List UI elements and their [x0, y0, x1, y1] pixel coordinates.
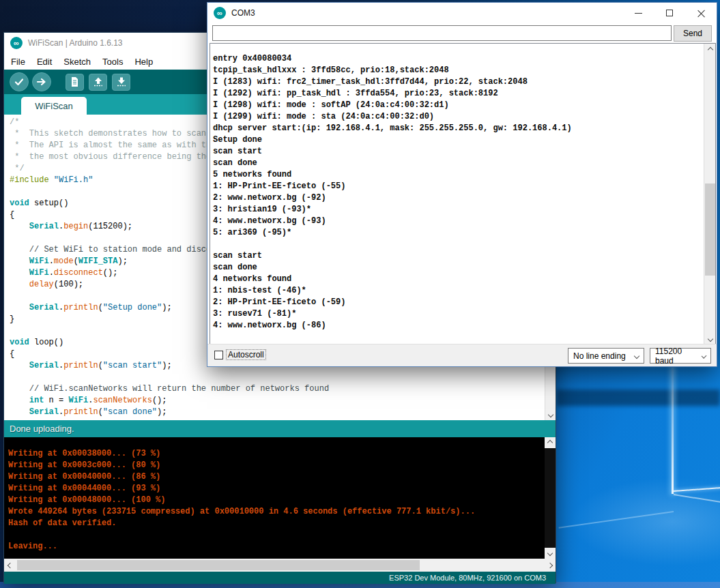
menu-item-sketch[interactable]: Sketch	[63, 57, 91, 67]
arrow-right-icon	[36, 76, 47, 87]
code-line	[10, 372, 442, 383]
board-status-bar: ESP32 Dev Module, 80MHz, 921600 on COM3	[4, 572, 556, 584]
line-ending-dropdown[interactable]: No line ending	[568, 348, 644, 364]
serial-monitor-title: COM3	[231, 8, 255, 18]
menu-item-tools[interactable]: Tools	[102, 57, 123, 67]
scroll-up-button[interactable]	[704, 44, 716, 55]
scroll-down-button[interactable]	[704, 333, 716, 344]
baud-rate-value: 115200 baud	[655, 347, 697, 366]
autoscroll-control[interactable]: Autoscroll	[214, 350, 265, 359]
scrollbar-thumb[interactable]	[17, 560, 420, 570]
menu-item-help[interactable]: Help	[134, 57, 153, 67]
verify-button[interactable]	[10, 72, 29, 91]
status-notice-bar: Done uploading.	[4, 420, 556, 437]
wallpaper-dark-band	[556, 389, 720, 406]
chevron-right-icon	[547, 562, 552, 568]
scroll-right-button[interactable]	[544, 559, 556, 572]
scrollbar-thumb[interactable]	[705, 183, 715, 276]
serial-monitor-titlebar[interactable]: ∞ COM3	[207, 3, 717, 23]
code-line: // WiFi.scanNetworks will return the num…	[10, 383, 442, 395]
serial-output-area[interactable]: entry 0x40080034 tcpip_task_hdlxxx : 3ff…	[210, 43, 716, 345]
serial-monitor-window: ∞ COM3 Send entry 0x40080034 tcpip_task_…	[207, 2, 717, 367]
chevron-down-icon	[707, 336, 712, 341]
console-vertical-scrollbar[interactable]	[545, 437, 556, 559]
baud-rate-dropdown[interactable]: 115200 baud	[650, 348, 711, 364]
minimize-icon	[635, 13, 642, 14]
arduino-logo-icon: ∞	[214, 7, 226, 19]
arrow-up-icon	[93, 76, 104, 87]
wallpaper-light-beam	[672, 368, 674, 494]
new-sketch-button[interactable]	[66, 74, 84, 91]
send-row: Send	[207, 23, 717, 43]
console-output[interactable]: Writing at 0x00038000... (73 %) Writing …	[4, 437, 556, 559]
scroll-left-button[interactable]	[4, 559, 16, 572]
serial-monitor-bottombar: Autoscroll No line ending 115200 baud	[207, 344, 717, 366]
send-button[interactable]: Send	[674, 25, 712, 42]
upload-button[interactable]	[32, 72, 51, 91]
scroll-down-button[interactable]	[545, 548, 556, 559]
board-status-text: ESP32 Dev Module, 80MHz, 921600 on COM3	[389, 574, 546, 582]
tab-label: WiFiScan	[35, 101, 73, 111]
document-icon	[70, 76, 80, 87]
chevron-up-icon	[707, 46, 712, 52]
tab-wifiscan[interactable]: WiFiScan	[21, 97, 87, 115]
console-text: Writing at 0x00038000... (73 %) Writing …	[8, 448, 475, 553]
send-button-label: Send	[683, 29, 702, 38]
code-line: int n = WiFi.scanNetworks();	[10, 395, 442, 407]
chevron-left-icon	[7, 562, 12, 568]
serial-output-text: entry 0x40080034 tcpip_task_hdlxxx : 3ff…	[213, 53, 572, 345]
close-icon	[697, 10, 705, 17]
ide-window-title: WiFiScan | Arduino 1.6.13	[28, 38, 123, 48]
menu-item-file[interactable]: File	[11, 57, 25, 67]
arrow-down-icon	[116, 76, 127, 87]
scroll-down-button[interactable]	[545, 409, 556, 420]
console-horizontal-scrollbar[interactable]	[4, 559, 556, 572]
chevron-down-icon	[701, 353, 706, 358]
chevron-up-icon	[547, 440, 553, 445]
menu-item-edit[interactable]: Edit	[37, 57, 52, 67]
minimize-button[interactable]	[622, 3, 654, 23]
status-notice-text: Done uploading.	[10, 424, 74, 434]
code-line: Serial.println("scan done");	[10, 407, 442, 418]
maximize-icon	[666, 10, 673, 16]
autoscroll-label: Autoscroll	[227, 350, 265, 359]
line-ending-value: No line ending	[573, 351, 626, 361]
serial-input-field[interactable]	[212, 25, 672, 41]
chevron-down-icon	[547, 550, 553, 556]
serial-vertical-scrollbar[interactable]	[704, 44, 715, 344]
autoscroll-checkbox[interactable]	[214, 351, 223, 359]
chevron-down-icon	[548, 412, 553, 417]
maximize-button[interactable]	[654, 3, 685, 23]
open-sketch-button[interactable]	[89, 74, 107, 91]
arduino-logo-icon: ∞	[10, 37, 23, 49]
scroll-up-button[interactable]	[545, 437, 556, 448]
save-sketch-button[interactable]	[112, 74, 130, 91]
close-button[interactable]	[685, 3, 717, 23]
chevron-down-icon	[634, 353, 639, 358]
check-icon	[14, 76, 25, 87]
